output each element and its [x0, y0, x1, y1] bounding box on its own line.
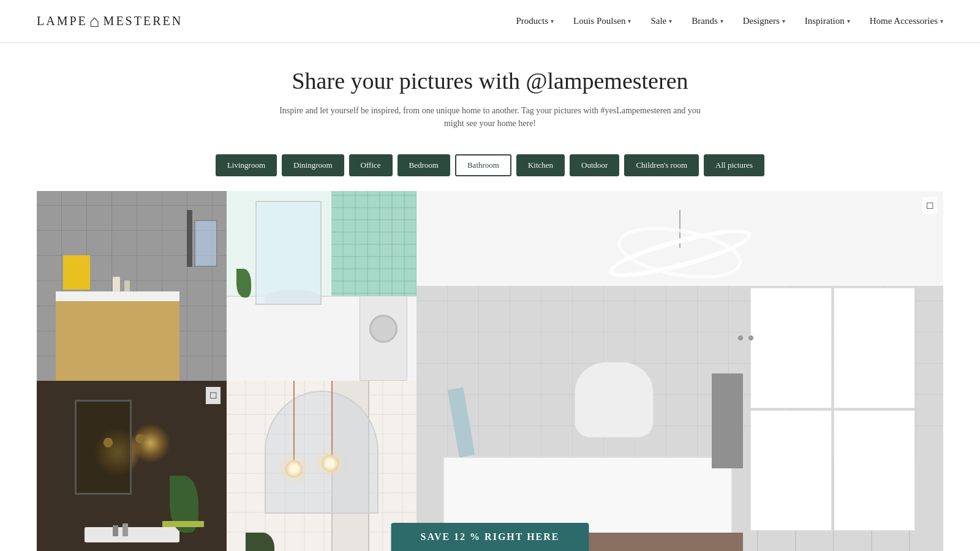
pendant-bulb-2: [322, 455, 339, 472]
logo-separator: ⌂: [89, 13, 102, 30]
nav-designers[interactable]: Designers ▾: [743, 16, 785, 26]
nav-brands[interactable]: Brands ▾: [692, 16, 723, 26]
sale-chevron-icon: ▾: [669, 18, 672, 24]
image-5[interactable]: [227, 381, 417, 551]
tab-bedroom[interactable]: Bedroom: [398, 154, 450, 176]
tab-all-pictures[interactable]: All pictures: [704, 154, 764, 176]
pendant-bulb-1: [285, 460, 303, 478]
tab-kitchen[interactable]: Kitchen: [516, 154, 565, 176]
tab-office[interactable]: Office: [349, 154, 393, 176]
louis-poulsen-chevron-icon: ▾: [628, 18, 631, 24]
home-accessories-chevron-icon: ▾: [940, 18, 943, 24]
tab-livingroom[interactable]: Livingroom: [216, 154, 277, 176]
tab-childrens-room[interactable]: Children's room: [624, 154, 699, 176]
page-title: Share your pictures with @lampemesteren: [12, 67, 968, 94]
main-content: Share your pictures with @lampemesteren …: [0, 43, 980, 551]
tab-bathroom[interactable]: Bathroom: [455, 154, 511, 176]
logo-text: LAMPE⌂MESTEREN: [37, 13, 183, 30]
nav-sale[interactable]: Sale ▾: [650, 16, 672, 26]
image-3-bookmark-icon[interactable]: ☐: [922, 197, 937, 214]
nav-louis-poulsen[interactable]: Louis Poulsen ▾: [573, 16, 631, 26]
main-nav: Products ▾ Louis Poulsen ▾ Sale ▾ Brands…: [516, 16, 943, 26]
nav-products[interactable]: Products ▾: [516, 16, 554, 26]
image-3[interactable]: ☐: [417, 191, 943, 551]
products-chevron-icon: ▾: [551, 18, 554, 24]
cabinet-grid: [748, 286, 917, 533]
inspiration-chevron-icon: ▾: [847, 18, 850, 24]
save-banner[interactable]: SAVE 12 % RIGHT HERE: [391, 523, 589, 551]
page-header-section: Share your pictures with @lampemesteren …: [0, 43, 980, 142]
nav-inspiration[interactable]: Inspiration ▾: [805, 16, 850, 26]
designers-chevron-icon: ▾: [782, 18, 785, 24]
tab-outdoor[interactable]: Outdoor: [570, 154, 619, 176]
brands-chevron-icon: ▾: [720, 18, 723, 24]
image-grid: ☐: [37, 191, 943, 551]
image-4-bookmark-icon[interactable]: ☐: [206, 387, 221, 404]
page-subtitle: Inspire and let yourself be inspired, fr…: [276, 104, 704, 130]
logo[interactable]: LAMPE⌂MESTEREN: [37, 13, 183, 30]
image-4[interactable]: ☐: [37, 381, 227, 551]
filter-tabs-container: Livingroom Diningroom Office Bedroom Bat…: [0, 142, 980, 191]
site-header: LAMPE⌂MESTEREN Products ▾ Louis Poulsen …: [0, 0, 980, 43]
image-2[interactable]: [227, 191, 417, 381]
nav-home-accessories[interactable]: Home Accessories ▾: [870, 16, 943, 26]
tab-diningroom[interactable]: Diningroom: [282, 154, 344, 176]
image-1[interactable]: [37, 191, 227, 381]
